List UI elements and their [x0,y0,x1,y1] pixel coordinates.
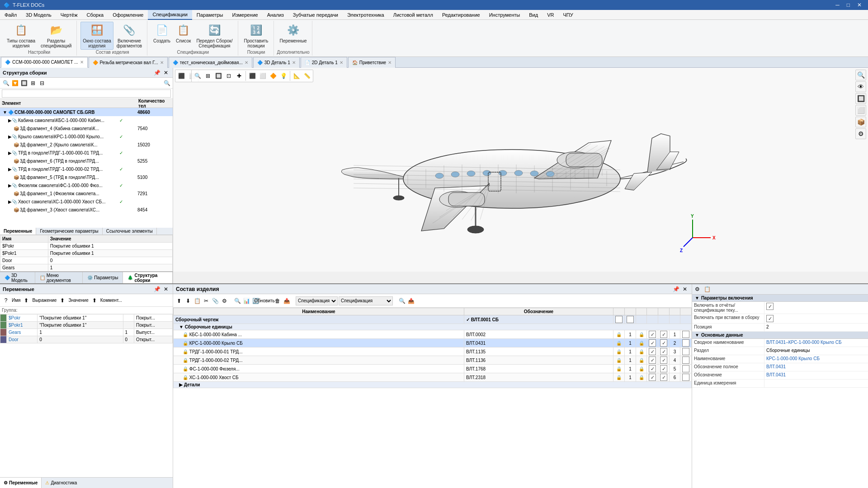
status-tab-vars[interactable]: ⚙ Переменные [0,478,42,488]
tab-3d-close[interactable]: ✕ [292,60,296,65]
comp-row-krs[interactable]: 🔒 КРС-1-000-000 Крыло СБ ВЛТ.0431 🔒 1 🔒 [174,339,692,347]
vp-right-btn-4[interactable]: ⬜ [855,105,866,116]
vp-top-btn-11[interactable]: 📏 [302,71,312,81]
comp-panel-close[interactable]: ✕ [681,285,689,293]
menu-sheetmetal[interactable]: Листовой металл [389,10,438,20]
left-nav-tab-docs[interactable]: 📋 Меню документов [35,272,83,284]
comp-chk-trdg2-3[interactable] [682,357,689,364]
tree-row-wing[interactable]: ▶ 📎 Крыло самолета\КРС-1-000-000 Крыло..… [0,132,173,141]
viewport[interactable]: ⬛ ⬜ 🔍 ⊞ 🔲 ⊡ ✚ ⬛ ⬜ 🔶 💡 📐 📏 [173,68,868,272]
bv-row-door[interactable]: Door 0 0 Открыт... [0,336,173,343]
bv-row-pokr[interactable]: $Pokr "Покрытие обшивки 1" Покрыт... [0,314,173,322]
comp-tb-search[interactable]: 🔍 [398,297,406,305]
spec-name-dropdown[interactable]: Спецификация [339,296,393,305]
comp-tb-10[interactable]: 🗑 [274,297,282,305]
comp-chk-fs-2[interactable] [660,365,667,372]
comp-row-xs[interactable]: 🔒 ХС-1-000-000 Хвост СБ ВЛТ.2318 🔒 1 🔒 [174,373,692,382]
tree-search-btn[interactable]: 🔍 [163,79,171,87]
ribbon-btn-window[interactable]: 🪟 Окно составаизделия [80,22,113,50]
comp-chk-trdg2-1[interactable] [649,357,656,364]
left-nav-tab-3d[interactable]: 🔷 3D Модель [0,272,35,284]
ribbon-btn-transfer[interactable]: 🔄 Передел Сборок/Спецификация [194,22,235,50]
vp-top-btn-7[interactable]: ⬜ [258,71,268,81]
bvt-btn1[interactable]: ? [2,296,10,305]
menu-3dmodel[interactable]: 3D Модель [21,10,56,20]
menu-drawing[interactable]: Чертёж [56,10,82,20]
vp-right-btn-3[interactable]: 🔲 [855,93,866,104]
comp-chk-trdg1-2[interactable] [660,348,667,355]
props-chk-reports[interactable] [766,303,774,310]
comp-tb-export[interactable]: 📤 [407,297,415,305]
comp-tb-8[interactable]: 📊 [242,297,250,305]
section-expand[interactable]: ▼ [179,324,184,329]
minimize-button[interactable]: ─ [833,0,842,10]
bv-row-gears[interactable]: Gears 1 1 Выпуст... [0,329,173,336]
menu-tools[interactable]: Инструменты [485,10,525,20]
vars-row-pokr[interactable]: $Pokr Покрытие обшивки 1 [0,243,173,250]
tree-row-frag3[interactable]: 📦 3Д фрагмент_3 (Хвост самолета\ХС... 84… [0,206,173,214]
tree-row-fuselage[interactable]: ▶ 📎 Фюзеляж самолета\ФС-1-000-000 Фюз...… [0,181,173,189]
vp-btn-1[interactable]: ⬛ [176,71,186,81]
tree-row-frag1[interactable]: 📦 3Д фрагмент_1 (Фюзеляж самолета... 729… [0,189,173,197]
vp-top-btn-2[interactable]: ⊞ [203,71,213,81]
menu-assembly[interactable]: Сборка [82,10,108,20]
tab-thread[interactable]: 🔶 Резьба метрическая вал Г... ✕ [89,57,168,68]
left-nav-tab-params[interactable]: ⚙️ Параметры [83,272,123,284]
menu-view[interactable]: Вид [524,10,542,20]
comp-tb-11[interactable]: 📤 [283,297,291,305]
structure-close-btn[interactable]: ✕ [162,69,170,77]
ribbon-btn-create[interactable]: 📄 Создать [151,22,173,50]
comp-panel-pin[interactable]: 📌 [672,285,680,293]
comp-chk-krs-2[interactable] [660,339,667,347]
menu-params[interactable]: Параметры [192,10,228,20]
ribbon-btn-positions[interactable]: 🔢 Проставитьпозиции [242,22,271,50]
ribbon-btn-types[interactable]: 📋 Типы составаизделия [5,22,38,50]
vars-tab-links[interactable]: Ссылочные элементы [103,228,157,235]
vp-top-btn-6[interactable]: ⬛ [247,71,257,81]
menu-electrical[interactable]: Электротехника [343,10,389,20]
bottom-vars-pin[interactable]: 📌 [153,285,161,293]
status-tab-diag[interactable]: ⚠ Диагностика [42,478,80,488]
tab-2d-close[interactable]: ✕ [340,60,343,65]
comp-chk-trdg1-1[interactable] [649,348,656,355]
bvt-btn2[interactable]: ⬆ [22,296,30,305]
tree-row-frag2[interactable]: 📦 3Д фрагмент_2 (Крыло самолета\К... 150… [0,141,173,149]
tab-test-close[interactable]: ✕ [245,60,248,65]
tree-btn-1[interactable]: 🔍 [2,79,10,87]
vp-right-btn-5[interactable]: 📦 [855,117,866,127]
props-section-main-expand[interactable]: ▼ [695,333,699,338]
tree-row-trd2[interactable]: ▶ 📎 ТРД в гондоле\ТРДГ-1-000-000-02 ТРД.… [0,165,173,173]
ribbon-btn-variables[interactable]: ⚙️ Переменные [278,22,309,50]
tab-airplane[interactable]: 🔷 ССМ-000-000-000 САМОЛЕТ ... ✕ [1,57,88,68]
tab-airplane-close[interactable]: ✕ [80,60,84,65]
close-button[interactable]: ✕ [854,0,864,10]
tab-2d-detail[interactable]: 📄 2D Деталь 1 ✕ [301,57,347,68]
comp-row-drawing[interactable]: Сборочный чертеж ✓ ВЛТ.0001 СБ [174,315,692,324]
menu-cnc[interactable]: ЧПУ [558,10,577,20]
menu-edit[interactable]: Редактирование [438,10,485,20]
tab-3d-detail[interactable]: 🔷 3D Деталь 1 ✕ [253,57,300,68]
comp-chk-kbs-1[interactable] [649,331,656,338]
menu-vr[interactable]: VR [542,10,558,20]
comp-tb-4[interactable]: ✂ [202,297,210,305]
structure-pin-btn[interactable]: 📌 [153,69,161,77]
bv-row-pokr1[interactable]: $Pokr1 "Покрытие обшивки 1" Покрыт... [0,322,173,329]
comp-row-fs[interactable]: 🔒 ФС-1-000-000 Фюзеля... ВЛТ.1768 🔒 1 🔒 [174,365,692,373]
tree-btn-2[interactable]: 🔽 [11,79,19,87]
comp-checkbox-1[interactable] [615,316,623,323]
comp-chk-krs-1[interactable] [649,339,656,347]
vp-right-btn-2[interactable]: 👁 [855,81,866,92]
tree-row-frag6[interactable]: 📦 3Д фрагмент_6 (ТРД в гондоле\ТРД... 52… [0,157,173,165]
tree-row-tail[interactable]: ▶ 📎 Хвост самолета\ХС-1-000-000 Хвост СБ… [0,197,173,206]
comp-chk-fs-1[interactable] [649,365,656,372]
comp-row-trdg2[interactable]: 🔒 ТРДГ-1-000-000-02 ТРД... ВЛТ.1136 🔒 1 … [174,356,692,365]
vp-right-btn-6[interactable]: ⚙ [855,128,866,139]
menu-measure[interactable]: Измерение [228,10,263,20]
comp-tb-2[interactable]: ⬇ [184,297,192,305]
ribbon-btn-list[interactable]: 📋 Список [174,22,193,50]
vp-right-btn-1[interactable]: 🔍 [855,70,866,80]
comp-chk-xs-3[interactable] [682,374,689,381]
tree-row-root[interactable]: ▼ 🔷 ССМ-000-000-000 САМОЛЕТ СБ.GRB 48660 [0,108,173,116]
vars-row-door[interactable]: Door 0 [0,257,173,264]
tree-row-frag5[interactable]: 📦 3Д фрагмент_5 (ТРД в гондоле\ТРД... 51… [0,173,173,181]
